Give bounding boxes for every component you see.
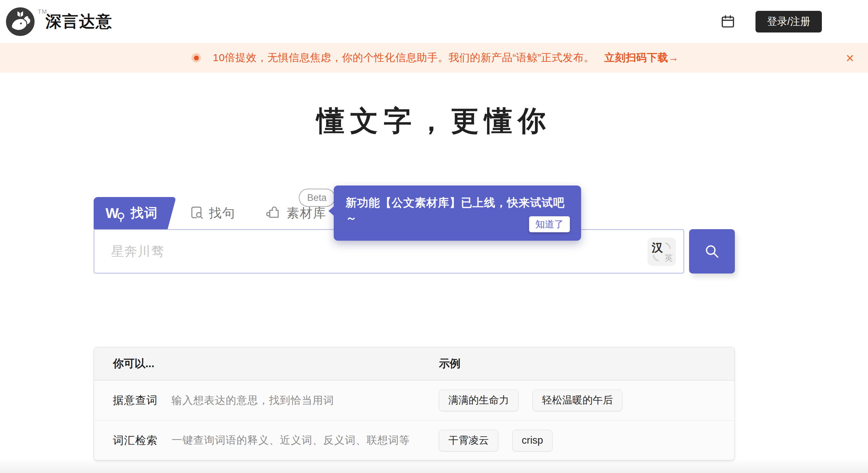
page: TM 深言达意 登录/注册 10倍提效，无惧信息焦虑，你的个性化信息助手。我们的… [0, 0, 868, 473]
feature-description: 输入想表达的意思，找到恰当用词 [172, 393, 439, 408]
header-actions: 登录/注册 [720, 11, 822, 32]
tooltip-dismiss-button[interactable]: 知道了 [529, 216, 570, 232]
trademark-symbol: TM [38, 8, 47, 15]
find-sentence-icon [189, 205, 204, 221]
beta-badge: Beta [299, 189, 335, 207]
whale-logo-icon [6, 7, 35, 36]
material-library-icon [266, 205, 282, 221]
login-register-button[interactable]: 登录/注册 [755, 11, 822, 32]
banner-download-link[interactable]: 立刻扫码下载→ [604, 51, 679, 65]
search-icon [703, 242, 721, 261]
table-row: 据意查词 输入想表达的意思，找到恰当用词 满满的生命力 轻松温暖的午后 [94, 380, 735, 420]
feature-name: 据意查词 [113, 393, 172, 408]
example-chip[interactable]: crisp [512, 430, 552, 451]
search-button[interactable] [689, 229, 735, 274]
language-toggle[interactable]: 汉 英 [648, 238, 676, 266]
check-in-calendar-icon[interactable] [720, 14, 736, 30]
hero-title: 懂文字，更懂你 [0, 104, 868, 137]
brand-name: 深言达意 [45, 11, 113, 32]
brand[interactable]: TM 深言达意 [6, 7, 113, 36]
tab-bar: W 找词 找句 [94, 197, 735, 229]
table-header-row: 你可以... 示例 [94, 347, 735, 380]
lang-chinese-label: 汉 [652, 240, 663, 256]
new-feature-tooltip: 新功能【公文素材库】已上线，快来试试吧～ 知道了 [334, 185, 581, 241]
feature-description: 一键查询词语的释义、近义词、反义词、联想词等 [172, 433, 439, 447]
tab-label: 找句 [209, 205, 236, 222]
lang-english-label: 英 [665, 253, 673, 263]
example-chip[interactable]: 轻松温暖的午后 [533, 390, 622, 411]
example-chip[interactable]: 干霄凌云 [439, 430, 498, 451]
feature-name: 词汇检索 [113, 433, 172, 448]
announcement-dot-icon [191, 53, 201, 63]
tab-find-sentence[interactable]: 找句 [189, 197, 236, 229]
banner-close-icon[interactable]: × [846, 51, 854, 65]
banner-content: 10倍提效，无惧信息焦虑，你的个性化信息助手。我们的新产品“语鲸”正式发布。 立… [191, 43, 679, 73]
hero-section: 懂文字，更懂你 [0, 73, 868, 137]
tab-find-word[interactable]: W 找词 [94, 197, 163, 229]
example-chips: 满满的生命力 轻松温暖的午后 [439, 390, 735, 411]
column-header-examples: 示例 [439, 356, 735, 371]
table-row: 词汇检索 一键查询词语的释义、近义词、反义词、联想词等 干霄凌云 crisp [94, 420, 735, 460]
tab-label: 找词 [131, 204, 158, 222]
announcement-banner: 10倍提效，无惧信息焦虑，你的个性化信息助手。我们的新产品“语鲸”正式发布。 立… [0, 43, 868, 73]
example-chip[interactable]: 满满的生命力 [439, 390, 519, 411]
tab-label: 素材库 [287, 205, 326, 222]
find-word-icon: W [106, 204, 126, 222]
main-content: W 找词 找句 [94, 197, 735, 460]
example-chips: 干霄凌云 crisp [439, 430, 735, 451]
column-header-you-can: 你可以... [113, 356, 439, 371]
header: TM 深言达意 登录/注册 [0, 0, 868, 43]
examples-table: 你可以... 示例 据意查词 输入想表达的意思，找到恰当用词 满满的生命力 轻松… [94, 347, 735, 460]
banner-text: 10倍提效，无惧信息焦虑，你的个性化信息助手。我们的新产品“语鲸”正式发布。 [213, 51, 594, 65]
